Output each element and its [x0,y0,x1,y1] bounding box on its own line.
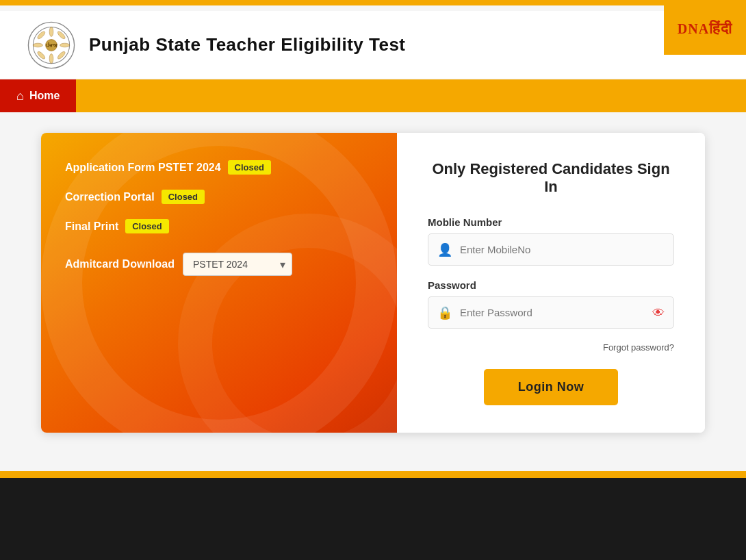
sign-in-title: Only Registered Candidates Sign In [428,160,674,196]
home-icon: ⌂ [16,89,24,103]
lock-icon: 🔒 [437,305,452,320]
dna-logo-area: DNAहिंदी [664,0,746,55]
bottom-dark-bar [0,478,746,560]
right-panel: Only Registered Candidates Sign In Mobli… [397,133,705,433]
site-title: Punjab State Teacher Eligibility Test [89,34,406,55]
main-header: ਪੰਜਾਬ Punjab State Teacher Eligibility T… [0,11,746,79]
dna-logo: DNAहिंदी [678,16,732,38]
content-area: Application Form PSTET 2024 Closed Corre… [41,133,705,433]
app-form-badge: Closed [228,160,271,175]
nav-bar: ⌂ Home [0,79,746,112]
dna-text: DNA [678,21,709,36]
svg-point-7 [60,43,70,47]
svg-point-4 [49,27,53,36]
home-nav-item[interactable]: ⌂ Home [0,79,76,112]
password-input-wrapper: 🔒 👁 [428,296,674,329]
forgot-password-link[interactable]: Forgot password? [428,342,674,353]
home-label: Home [29,90,60,102]
final-print-label: Final Print [65,220,118,233]
admitcard-row: Admitcard Download PSTET 2024 PSTET 2023… [65,253,373,276]
admitcard-label: Admitcard Download [65,258,175,270]
svg-text:ਪੰਜਾਬ: ਪੰਜਾਬ [45,42,57,47]
top-bar [0,0,746,5]
svg-point-9 [57,30,66,40]
mobile-input-wrapper: 👤 [428,233,674,266]
svg-point-5 [49,53,53,63]
admitcard-select[interactable]: PSTET 2024 PSTET 2023 PSTET 2022 [183,253,292,276]
app-form-label: Application Form PSTET 2024 [65,162,221,174]
correction-portal-row: Correction Portal Closed [65,190,373,204]
app-form-row: Application Form PSTET 2024 Closed [65,160,373,175]
login-button[interactable]: Login Now [484,369,618,405]
password-label: Password [428,279,674,291]
correction-portal-badge: Closed [162,190,205,204]
svg-point-10 [36,50,46,60]
svg-point-6 [33,43,42,47]
left-panel: Application Form PSTET 2024 Closed Corre… [41,133,397,433]
svg-point-8 [36,30,46,40]
final-print-row: Final Print Closed [65,219,373,233]
emblem-icon: ਪੰਜਾਬ [27,21,75,69]
admitcard-select-wrapper: PSTET 2024 PSTET 2023 PSTET 2022 [183,253,292,276]
hindi-text: हिंदी [709,20,732,37]
eye-icon[interactable]: 👁 [652,305,665,320]
password-input[interactable] [428,296,674,329]
user-icon: 👤 [437,242,452,257]
bottom-yellow-bar [0,471,746,478]
mobile-label: Moblie Number [428,216,674,228]
final-print-badge: Closed [125,219,168,233]
correction-portal-label: Correction Portal [65,191,155,203]
svg-point-11 [57,50,66,60]
mobile-input[interactable] [428,233,674,266]
